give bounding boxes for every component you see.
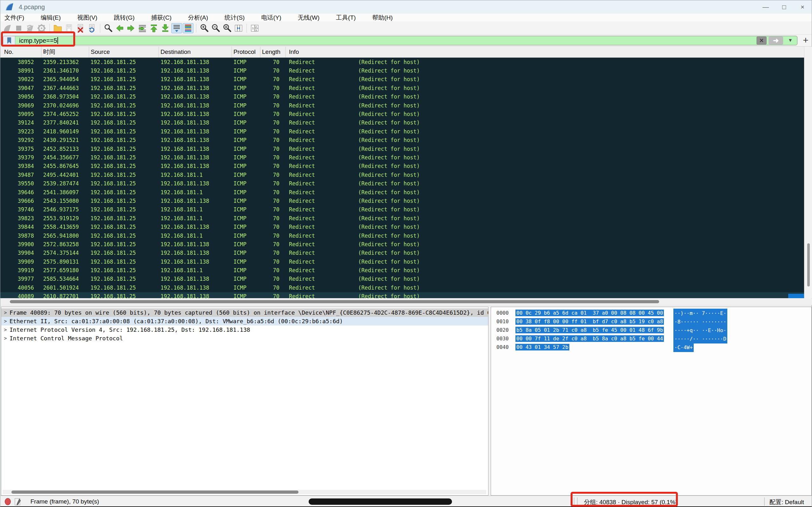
find-packet-button[interactable] (103, 23, 113, 33)
menu-item-5[interactable]: 分析(A) (184, 14, 212, 22)
toggle-columns-button[interactable]: 123 (249, 23, 260, 33)
column-header-5[interactable]: Length (260, 47, 286, 57)
capture-comment-icon[interactable] (14, 498, 21, 506)
menu-item-10[interactable]: 帮助(H) (368, 14, 397, 22)
reload-file-button[interactable] (87, 23, 97, 33)
menu-item-0[interactable]: 文件(F) (0, 14, 28, 22)
go-back-button[interactable] (114, 23, 125, 33)
resize-columns-button[interactable] (233, 23, 244, 33)
zoom-reset-button[interactable] (222, 23, 233, 33)
close-button[interactable]: × (793, 0, 812, 14)
expert-info-icon[interactable] (5, 498, 11, 505)
packet-row-selected[interactable]: 400892610.872701192.168.181.25192.168.18… (0, 292, 804, 298)
colorize-button[interactable] (183, 23, 194, 33)
details-horizontal-scrollbar[interactable] (3, 490, 486, 494)
close-file-button[interactable] (75, 23, 86, 33)
hex-bytes[interactable]: 00 38 0f f8 00 00 ff 01 bf d7 c0 a8 b5 1… (515, 318, 664, 325)
packet-row[interactable]: 394872495.442401192.168.181.25192.168.18… (0, 170, 804, 179)
packet-row[interactable]: 400562601.501924192.168.181.25192.168.18… (0, 283, 804, 292)
packet-row[interactable]: 393792454.356677192.168.181.25192.168.18… (0, 153, 804, 162)
zoom-out-button[interactable] (210, 23, 221, 33)
go-forward-button[interactable] (125, 23, 136, 33)
packet-row[interactable]: 392922430.291521192.168.181.25192.168.18… (0, 136, 804, 145)
hex-row-4[interactable]: 004000 43 01 34 57 2b·C·4W+ (491, 343, 811, 351)
go-first-button[interactable] (148, 23, 159, 33)
packet-row[interactable]: 399002572.863258192.168.181.25192.168.18… (0, 240, 804, 248)
column-header-6[interactable]: Info (286, 47, 804, 57)
hex-bytes[interactable]: b5 8a 05 01 2b 71 c0 a8 b5 fe 45 00 01 4… (515, 327, 664, 333)
details-row-1[interactable]: >Ethernet II, Src: ca:01:37:a0:00:08 (ca… (1, 317, 488, 326)
packet-row[interactable]: 399772585.534664192.168.181.25192.168.18… (0, 275, 804, 283)
packet-row[interactable]: 393752452.852133192.168.181.25192.168.18… (0, 145, 804, 153)
vertical-scrollbar-thumb[interactable] (807, 243, 810, 286)
expand-chevron-icon[interactable]: > (1, 336, 9, 341)
packet-row[interactable]: 390562368.973504192.168.181.25192.168.18… (0, 93, 804, 101)
packet-row[interactable]: 390222365.944054192.168.181.25192.168.18… (0, 75, 804, 83)
packet-list-horizontal-scrollbar[interactable] (0, 298, 812, 305)
filter-dropdown-arrow[interactable]: ▼ (788, 38, 793, 43)
go-last-button[interactable] (160, 23, 171, 33)
packet-row[interactable]: 399192577.659180192.168.181.25192.168.18… (0, 266, 804, 274)
menu-item-1[interactable]: 编辑(E) (37, 14, 65, 22)
expand-chevron-icon[interactable]: > (1, 327, 9, 333)
packet-row[interactable]: 396662543.155080192.168.181.25192.168.18… (0, 196, 804, 205)
menu-item-2[interactable]: 视图(V) (73, 14, 101, 22)
packet-row[interactable]: 398782565.941800192.168.181.25192.168.18… (0, 231, 804, 240)
filter-clear-button[interactable]: × (757, 37, 767, 45)
packet-row[interactable]: 390472367.444663192.168.181.25192.168.18… (0, 83, 804, 92)
packet-row[interactable]: 391242377.840241192.168.181.25192.168.18… (0, 118, 804, 127)
filter-apply-button[interactable]: ➜ (768, 37, 783, 45)
hex-row-0[interactable]: 000000 0c 29 b6 a5 6d ca 01 37 a0 00 08 … (491, 308, 811, 317)
column-header-3[interactable]: Destination (159, 47, 232, 57)
zoom-in-button[interactable] (199, 23, 210, 33)
hex-ascii[interactable]: ·····/·· ·······D (673, 334, 727, 343)
column-header-0[interactable]: No. (0, 47, 42, 57)
packet-row[interactable]: 398442558.413659192.168.181.25192.168.18… (0, 222, 804, 231)
hex-bytes[interactable]: 00 43 01 34 57 2b (515, 344, 569, 350)
go-to-packet-button[interactable] (137, 23, 148, 33)
profile-text[interactable]: 配置: Default (769, 498, 804, 506)
hex-ascii[interactable]: ·8······ ········ (673, 317, 727, 326)
packet-row[interactable]: 396462541.386097192.168.181.25192.168.18… (0, 188, 804, 196)
packet-row[interactable]: 390692370.024696192.168.181.25192.168.18… (0, 101, 804, 110)
hex-ascii[interactable]: ··)··m·· 7·····E· (673, 308, 727, 318)
minimize-button[interactable]: — (757, 0, 775, 14)
horizontal-scrollbar-thumb[interactable] (10, 300, 659, 303)
packet-row[interactable]: 389912361.346170192.168.181.25192.168.18… (0, 66, 804, 75)
packet-row[interactable]: 392232418.960149192.168.181.25192.168.18… (0, 127, 804, 135)
hex-row-2[interactable]: 0020b5 8a 05 01 2b 71 c0 a8 b5 fe 45 00 … (491, 326, 811, 334)
details-row-2[interactable]: >Internet Protocol Version 4, Src: 192.1… (1, 326, 488, 334)
column-header-1[interactable]: 时间 (42, 47, 89, 57)
packet-row[interactable]: 395502539.287474192.168.181.25192.168.18… (0, 179, 804, 187)
details-row-3[interactable]: >Internet Control Message Protocol (1, 334, 488, 343)
filter-add-button[interactable]: + (800, 35, 811, 45)
column-header-2[interactable]: Source (89, 47, 159, 57)
maximize-button[interactable]: □ (775, 0, 793, 14)
packet-row[interactable]: 399042574.375144192.168.181.25192.168.18… (0, 249, 804, 257)
menu-item-9[interactable]: 工具(T) (332, 14, 360, 22)
packet-row[interactable]: 397462546.937175192.168.181.25192.168.18… (0, 205, 804, 214)
details-scrollbar-thumb[interactable] (11, 491, 299, 494)
packet-row[interactable]: 389522359.213362192.168.181.25192.168.18… (0, 58, 804, 66)
details-row-0[interactable]: >Frame 40089: 70 bytes on wire (560 bits… (1, 308, 488, 317)
menu-item-4[interactable]: 捕获(C) (147, 14, 175, 22)
hex-bytes[interactable]: 00 00 7f 11 de 2f c0 a8 b5 8a c0 a8 b5 f… (515, 335, 664, 342)
expand-chevron-icon[interactable]: > (1, 319, 9, 324)
packet-row[interactable]: 399092575.890131192.168.181.25192.168.18… (0, 257, 804, 266)
column-header-4[interactable]: Protocol (232, 47, 260, 57)
packet-row[interactable]: 390952374.465252192.168.181.25192.168.18… (0, 110, 804, 118)
menu-item-8[interactable]: 无线(W) (294, 14, 324, 22)
packet-list-vertical-scrollbar[interactable] (804, 47, 812, 298)
menu-item-3[interactable]: 跳转(G) (110, 14, 139, 22)
hex-bytes[interactable]: 00 0c 29 b6 a5 6d ca 01 37 a0 00 08 08 0… (515, 309, 664, 316)
auto-scroll-button[interactable] (171, 23, 182, 33)
expand-chevron-icon[interactable]: > (1, 310, 9, 316)
display-filter-input[interactable]: icmp.type==5 × ➜ ▼ (3, 36, 798, 45)
hex-ascii[interactable]: ····+q·· ··E··Ho· (673, 326, 727, 335)
packet-row[interactable]: 393842455.867645192.168.181.25192.168.18… (0, 162, 804, 170)
hex-row-1[interactable]: 001000 38 0f f8 00 00 ff 01 bf d7 c0 a8 … (491, 317, 811, 326)
hex-ascii[interactable]: ·C·4W+ (673, 343, 694, 352)
menu-item-7[interactable]: 电话(Y) (257, 14, 285, 22)
menu-item-6[interactable]: 统计(S) (220, 14, 249, 22)
packet-row[interactable]: 398232553.919129192.168.181.25192.168.18… (0, 214, 804, 222)
